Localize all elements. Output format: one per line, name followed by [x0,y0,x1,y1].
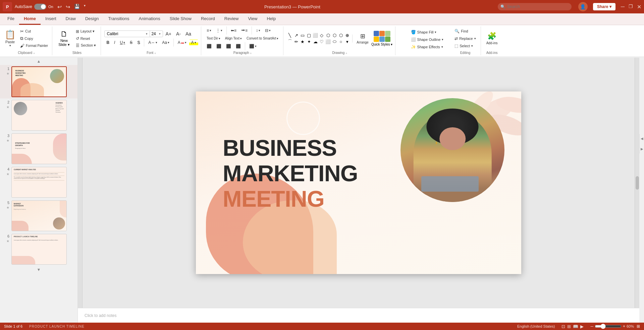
minimize-button[interactable]: ─ [621,4,625,10]
notes-placeholder[interactable]: Click to add notes [85,313,116,318]
shape-line[interactable]: ╲ [287,32,293,38]
justify-button[interactable]: ⬛ [234,43,243,49]
paste-button[interactable]: 📋 Paste ▾ [3,29,17,48]
collapse-right-button[interactable]: ◀ [641,137,643,140]
tab-transitions[interactable]: Transitions [103,13,134,25]
shape-fill-button[interactable]: 🪣Shape Fill▾ [409,29,446,35]
tab-home[interactable]: Home [19,13,41,25]
tab-animations[interactable]: Animations [134,13,165,25]
slides-scroll-up[interactable]: ▲ [0,58,77,65]
autosave-toggle[interactable] [34,4,46,10]
arrange-button[interactable]: ⊞ Arrange [355,31,371,46]
new-slide-button[interactable]: 🗋 New Slide ▾ [56,28,72,48]
quick-access-button[interactable]: ▾ [83,3,87,11]
tab-view[interactable]: View [243,13,262,25]
slide-thumb-4[interactable]: 4 ★ CURRENT MARKET ANALYSIS Lorem ipsum … [0,166,77,199]
share-button[interactable]: Share ▾ [593,3,615,10]
zoom-slider[interactable] [595,324,622,329]
italic-button[interactable]: I [112,40,117,46]
text-direction-button[interactable]: Text Dir▾ [205,36,222,41]
shadow-button[interactable]: S [135,40,142,46]
select-button[interactable]: ⬚Select▾ [452,43,478,49]
shape-arrow[interactable]: ↗ [293,32,299,38]
tab-help[interactable]: Help [262,13,280,25]
shape-rect3[interactable]: ⬜ [312,32,318,38]
align-text-button[interactable]: Align Text▾ [223,36,244,41]
shape-curve[interactable]: ⌒ [287,39,293,45]
copy-button[interactable]: ⧉Copy [18,35,50,42]
font-name-input[interactable] [104,30,151,37]
normal-view-button[interactable]: ⊡ [561,324,565,329]
slide-thumb-3[interactable]: 3 ★ STRATEGIES FORGROWTH Designing the f… [0,132,77,166]
shape-effects-button[interactable]: ✨Shape Effects▾ [409,44,446,50]
shape-rect[interactable]: ▭ [300,32,306,38]
tab-file[interactable]: File [3,13,19,25]
highlight-button[interactable]: A▾ [189,40,198,46]
shape-diamond[interactable]: ◇ [319,32,325,38]
format-painter-button[interactable]: 🖌Format Painter [18,43,50,49]
align-center-button[interactable]: ⬛ [214,43,223,49]
shape-pencil[interactable]: ✏ [293,39,299,45]
font-size-input[interactable] [150,30,163,37]
shapes-scroll[interactable]: ▾ [344,39,350,45]
redo-button[interactable]: ↪ [64,3,71,11]
reset-button[interactable]: ↺Reset [74,36,98,42]
indent-increase-button[interactable]: ⮕≡ [239,27,250,34]
slide-thumb-6[interactable]: 6 ★ PRODUCT LAUNCH TIMELINE Lorem ipsum … [0,233,77,266]
slide-canvas-area[interactable]: BUSINESS MARKETING MEETING [78,58,639,308]
slides-scroll-down[interactable]: ▼ [0,266,77,273]
slide-thumb-5[interactable]: 5 ★ MARKETEXPANSION Exploring new horizo… [0,199,77,233]
shape-block[interactable]: ⬜ [325,39,331,45]
slideshow-button[interactable]: ▶ [580,324,584,329]
strikethrough-button[interactable]: S [128,40,135,46]
slide-thumb-2[interactable]: 2 ★ AGENDA IntroductionPrimary goalsArea… [0,98,77,132]
indent-decrease-button[interactable]: ⬅≡ [229,27,238,34]
shape-heart[interactable]: ♡ [319,39,325,45]
cut-button[interactable]: ✂Cut [18,28,50,35]
addins-button[interactable]: 🧩 Add-ins [484,30,500,46]
character-spacing-button[interactable]: A↔▾ [146,40,159,46]
quick-styles-button[interactable] [374,31,390,42]
bullets-button[interactable]: ≡▾ [205,27,213,34]
section-button[interactable]: ☰Section ▾ [74,43,98,49]
slide-sorter-button[interactable]: ⊞ [567,324,571,329]
tab-design[interactable]: Design [80,13,103,25]
zoom-out-button[interactable]: ─ [590,324,593,329]
slide-thumb-1[interactable]: 1 ★ BUSINESS MARKETING MEETING [0,65,77,98]
notes-bar[interactable]: Click to add notes [78,308,639,323]
shape-more[interactable]: ⊕ [344,32,350,38]
tab-insert[interactable]: Insert [41,13,61,25]
vert-align-button[interactable]: ⬛▾ [247,43,259,49]
shape-rect2[interactable]: ▢ [306,32,312,38]
font-decrease-button[interactable]: A- [174,30,183,37]
reading-view-button[interactable]: 📖 [573,324,578,329]
shape-oct[interactable]: ⬡ [338,32,344,38]
replace-button[interactable]: ⇄Replace▾ [452,36,478,42]
fit-slide-button[interactable]: ⊞ [637,324,640,329]
shape-hex[interactable]: ⬡ [331,32,337,38]
bold-button[interactable]: B [104,40,111,46]
shape-cloud[interactable]: ☁ [312,39,318,45]
search-input[interactable] [498,3,572,10]
clear-format-button[interactable]: Aa [183,30,193,37]
undo-button[interactable]: ↩ [56,3,63,11]
shape-star[interactable]: ★ [300,39,306,45]
numbering-button[interactable]: ⋮▾ [214,27,224,34]
convert-smartart-button[interactable]: Convert to SmartArt▾ [245,36,280,41]
columns-button[interactable]: ⊟▾ [263,27,273,34]
tab-slideshow[interactable]: Slide Show [165,13,196,25]
align-left-button[interactable]: ⬛ [205,43,214,49]
search-area[interactable]: 🔍 [498,3,572,10]
shape-trap[interactable]: ⬡ [325,32,331,38]
slide-canvas[interactable]: BUSINESS MARKETING MEETING [196,91,521,274]
find-button[interactable]: 🔍Find [452,28,478,34]
shape-ellipse[interactable]: ○ [338,39,344,45]
shape-star2[interactable]: ✦ [306,39,312,45]
shape-oval[interactable]: ⬭ [331,39,337,45]
tab-record[interactable]: Record [196,13,220,25]
right-scroll-area[interactable] [635,58,639,308]
close-button[interactable]: ✕ [637,4,641,10]
tab-draw[interactable]: Draw [61,13,80,25]
tab-review[interactable]: Review [220,13,244,25]
shape-outline-button[interactable]: ⬜Shape Outline▾ [409,37,446,43]
